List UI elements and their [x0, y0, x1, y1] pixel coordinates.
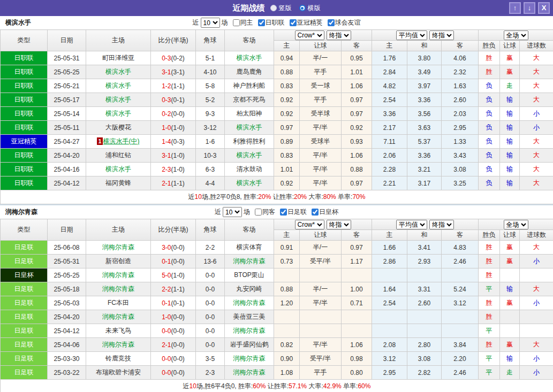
- away-team[interactable]: 横滨水手: [237, 54, 262, 62]
- summary-segment: 场,胜2平0负8, 胜率:: [202, 193, 258, 201]
- filter-checkbox-item[interactable]: 球会友谊: [328, 18, 361, 27]
- away-team[interactable]: 京都不死鸟: [233, 96, 266, 103]
- average-select[interactable]: 平均值: [396, 220, 427, 229]
- filter-checkbox-item[interactable]: 日皇杯: [312, 207, 338, 217]
- average-select[interactable]: 平均值: [396, 30, 427, 40]
- close-button[interactable]: X: [538, 2, 550, 14]
- odds-stage-select[interactable]: 终指: [327, 220, 351, 229]
- home-team[interactable]: 横滨水手: [105, 165, 131, 173]
- match-date: 25-05-25: [48, 65, 86, 79]
- away-team[interactable]: 柏太阳神: [237, 110, 262, 117]
- odds-stage-select[interactable]: 终指: [429, 220, 454, 229]
- away-team[interactable]: 横滨水手: [237, 151, 262, 159]
- home-team[interactable]: 浦和红钻: [105, 151, 131, 159]
- home-team[interactable]: 横滨水手: [105, 96, 131, 103]
- away-team[interactable]: 清水鼓动: [237, 165, 262, 173]
- filter-checkbox[interactable]: [312, 209, 319, 216]
- radio-unselected-icon[interactable]: [270, 5, 277, 11]
- filter-checkbox-item[interactable]: 日足联: [280, 207, 307, 217]
- away-team[interactable]: 横滨体育: [237, 243, 262, 251]
- filter-checkbox-item[interactable]: 亚冠精英: [290, 18, 323, 27]
- avg-home: 2.86: [372, 255, 407, 268]
- away-team[interactable]: 横滨水手: [237, 179, 262, 187]
- fulltime-score: 1-0: [162, 313, 171, 321]
- away-team[interactable]: 美蓓亚三美: [233, 313, 266, 320]
- away-team[interactable]: 润梅尔青森: [233, 299, 266, 306]
- home-team[interactable]: 新宿创造: [105, 257, 131, 265]
- away-team[interactable]: 利雅得胜利: [233, 137, 266, 145]
- home-team[interactable]: 未来飞鸟: [105, 327, 131, 334]
- sub-column-header: 客: [342, 41, 372, 51]
- score-cell: 0-1(0-0): [151, 255, 196, 268]
- filter-checkbox[interactable]: [328, 19, 335, 26]
- away-team[interactable]: 横滨水手: [237, 124, 262, 131]
- match-date: 25-04-06: [48, 338, 86, 352]
- away-team-cell: 利雅得胜利: [225, 135, 274, 149]
- home-team[interactable]: 润梅尔青森: [102, 341, 134, 348]
- league-badge: 日足联: [1, 282, 48, 296]
- away-team[interactable]: 岩手盛冈仙鹤: [230, 341, 269, 348]
- filter-checkbox-item[interactable]: 同主: [233, 18, 253, 27]
- away-team[interactable]: 神户胜利船: [233, 82, 266, 89]
- home-team[interactable]: 横滨水手(中): [103, 137, 140, 145]
- filter-checkbox[interactable]: [280, 209, 287, 216]
- score-cell: 1-0(0-0): [151, 310, 196, 324]
- away-team-cell: 横滨水手: [225, 176, 274, 190]
- bookmaker-select[interactable]: Crow*: [295, 30, 324, 40]
- match-count-select[interactable]: 10: [201, 18, 220, 28]
- home-team[interactable]: 布瑞欧碧卡浦安: [96, 368, 141, 376]
- filter-checkbox[interactable]: [258, 19, 265, 26]
- table-row: 日职联25-04-12福冈黄蜂2-1(1-1)4-4横滨水手0.92平/半0.9…: [1, 176, 553, 190]
- column-header: 类型: [1, 30, 48, 51]
- odds-away: 0.88: [342, 163, 372, 176]
- fulltime-score: 2-2: [162, 286, 171, 293]
- avg-home: 2.28: [372, 163, 407, 176]
- radio-selected-icon[interactable]: [299, 5, 306, 11]
- filter-checkbox[interactable]: [233, 19, 240, 26]
- away-team[interactable]: 润梅尔青森: [233, 355, 266, 362]
- away-team-cell: 横滨体育: [225, 241, 274, 255]
- away-team[interactable]: 润梅尔青森: [233, 257, 266, 265]
- fulltime-select[interactable]: 全场: [504, 220, 528, 229]
- odds-stage-select[interactable]: 终指: [327, 30, 351, 40]
- home-team[interactable]: 润梅尔青森: [102, 313, 134, 320]
- match-date: 25-03-22: [48, 366, 86, 380]
- odds-away: 0.97: [342, 176, 372, 190]
- away-team[interactable]: 丸安冈崎: [237, 285, 262, 293]
- away-team[interactable]: 润梅尔青森: [233, 327, 266, 334]
- away-team[interactable]: 鹿岛鹿角: [237, 68, 262, 75]
- home-team[interactable]: 铃鹿竞技: [105, 355, 131, 362]
- home-team[interactable]: 润梅尔青森: [102, 285, 134, 293]
- radio-vertical-layout[interactable]: 竖版: [270, 4, 292, 13]
- sub-column-header: 让球: [500, 41, 520, 51]
- home-team[interactable]: 大阪樱花: [105, 124, 131, 131]
- fulltime-select[interactable]: 全场: [504, 30, 528, 40]
- odds-group-header: Crow*终指: [274, 219, 372, 230]
- home-team[interactable]: 町田泽维亚: [102, 54, 134, 62]
- odds-home: 0.73: [274, 255, 300, 268]
- home-team[interactable]: 福冈黄蜂: [105, 179, 131, 187]
- filter-checkbox[interactable]: [255, 209, 262, 216]
- summary-segment: 大率:: [307, 382, 323, 390]
- away-team[interactable]: 润梅尔青森: [233, 368, 266, 376]
- match-count-select[interactable]: 10: [223, 207, 242, 217]
- home-team-cell: 铃鹿竞技: [86, 352, 151, 366]
- filter-checkbox[interactable]: [290, 19, 297, 26]
- home-team[interactable]: 润梅尔青森: [102, 243, 134, 251]
- home-team[interactable]: 横滨水手: [105, 68, 131, 75]
- results-table: 类型日期主场比分(半场)角球客场Crow*终指平均值终指全场主让球客主和客胜负让…: [0, 29, 553, 204]
- result-handicap: 赢: [500, 65, 520, 79]
- home-team[interactable]: FC本田: [108, 299, 129, 306]
- home-team-cell: 横滨水手: [86, 65, 151, 79]
- home-team[interactable]: 横滨水手: [105, 82, 131, 89]
- bookmaker-select[interactable]: Crow*: [295, 220, 324, 229]
- away-team[interactable]: BTOP栗山: [234, 271, 264, 279]
- move-up-button[interactable]: ↑: [509, 2, 521, 14]
- home-team[interactable]: 横滨水手: [105, 110, 131, 117]
- filter-checkbox-item[interactable]: 日职联: [258, 18, 285, 27]
- odds-stage-select[interactable]: 终指: [429, 30, 454, 40]
- move-down-button[interactable]: ↓: [524, 2, 535, 14]
- home-team[interactable]: 润梅尔青森: [102, 271, 134, 279]
- filter-checkbox-item[interactable]: 同客: [255, 207, 275, 217]
- radio-horizontal-layout[interactable]: 横版: [299, 4, 321, 13]
